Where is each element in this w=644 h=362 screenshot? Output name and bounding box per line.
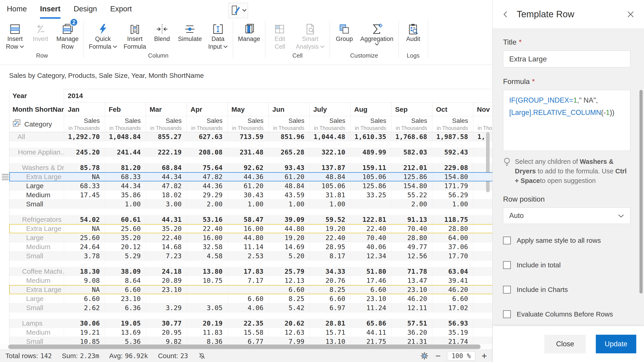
value-cell[interactable]: 31.81 (310, 190, 350, 199)
value-cell[interactable]: 30.06 (64, 319, 105, 328)
value-cell[interactable]: 1.00 (432, 200, 473, 208)
value-cell[interactable]: 65.86 (350, 319, 391, 328)
edit-column-pencil-button[interactable] (228, 3, 248, 18)
value-cell[interactable]: 23.10 (350, 294, 391, 303)
value-cell[interactable]: 44.31 (146, 215, 187, 224)
value-cell[interactable]: 6.36 (105, 303, 146, 312)
value-cell[interactable]: 25.60 (64, 233, 105, 242)
value-cell[interactable]: 17.45 (64, 190, 105, 199)
value-cell[interactable]: 28.95 (310, 242, 350, 251)
month-header-jan[interactable]: Jan (64, 103, 105, 116)
value-cell[interactable]: 1,610.35 (350, 132, 391, 141)
value-cell[interactable]: 56.93 (432, 319, 473, 328)
value-cell[interactable]: 47.82 (187, 172, 228, 181)
month-header-aug[interactable]: Aug (350, 103, 391, 116)
value-cell[interactable]: 9.08 (64, 276, 105, 285)
value-cell[interactable]: 2.00 (391, 200, 432, 208)
checkbox-box[interactable] (503, 310, 511, 318)
value-cell[interactable]: 58.47 (228, 215, 268, 224)
checkbox-box[interactable] (503, 261, 511, 269)
value-cell[interactable] (473, 215, 492, 224)
value-cell[interactable]: 592.43 (432, 148, 473, 157)
value-cell[interactable]: 75.64 (187, 163, 228, 172)
value-cell[interactable]: 265.28 (268, 148, 310, 157)
value-cell[interactable]: 14.69 (268, 242, 310, 251)
value-cell[interactable]: NA (64, 224, 105, 233)
ribbon-button-blend[interactable]: Blend (149, 20, 175, 51)
value-cell[interactable]: 34.33 (310, 267, 350, 276)
value-cell[interactable]: 2.53 (228, 251, 268, 260)
value-cell[interactable]: 37.06 (432, 242, 473, 251)
value-cell[interactable]: 3.78 (64, 251, 105, 260)
value-cell[interactable]: 28.80 (432, 224, 473, 233)
value-cell[interactable]: 12.34 (350, 251, 391, 260)
value-cell[interactable]: 6.97 (310, 303, 350, 312)
row-label-cell[interactable]: Medium (9, 328, 64, 337)
ribbon-button-data-input[interactable]: DataInput (205, 20, 231, 51)
value-cell[interactable]: 3.00 (146, 200, 187, 208)
value-cell[interactable]: 44.80 (268, 224, 310, 233)
value-cell[interactable]: 105.06 (310, 181, 350, 190)
row-drag-handle-icon[interactable] (2, 174, 9, 180)
value-cell[interactable] (473, 285, 492, 294)
value-cell[interactable] (473, 190, 492, 199)
table-horizontal-scrollbar[interactable] (0, 344, 492, 349)
table-row-small[interactable]: Small2.626.363.293.054.065.426.9711.2412… (9, 303, 492, 312)
value-cell[interactable]: 154.80 (432, 172, 473, 181)
value-cell[interactable]: 12.11 (391, 303, 432, 312)
panel-scrollbar[interactable] (640, 90, 643, 293)
value-cell[interactable]: 1,768.68 (391, 132, 432, 141)
value-cell[interactable]: 36.20 (391, 328, 432, 337)
value-cell[interactable] (473, 276, 492, 285)
value-cell[interactable] (473, 294, 492, 303)
month-header-apr[interactable]: Apr (187, 103, 228, 116)
value-cell[interactable] (473, 172, 492, 181)
value-cell[interactable]: 22.40 (187, 224, 228, 233)
table-row-refrigerators[interactable]: Refrigerators54.0260.6144.3153.1658.4739… (9, 215, 492, 224)
value-cell[interactable]: 20.12 (105, 242, 146, 251)
value-cell[interactable] (473, 303, 492, 312)
value-cell[interactable]: 1,044.48 (310, 132, 350, 141)
value-cell[interactable]: 38.09 (105, 267, 146, 276)
value-cell[interactable]: 7.23 (146, 251, 187, 260)
value-cell[interactable]: 1.00 (310, 200, 350, 208)
table-vertical-scrollbar[interactable] (486, 132, 490, 192)
value-cell[interactable] (187, 285, 228, 294)
value-cell[interactable] (473, 328, 492, 337)
ribbon-button-invert[interactable]: Invert (28, 20, 53, 51)
value-cell[interactable]: 222.19 (146, 148, 187, 157)
ribbon-button-aggregation[interactable]: Aggregation (357, 20, 397, 46)
value-cell[interactable]: 17.70 (432, 251, 473, 260)
row-label-cell[interactable]: Large (9, 181, 64, 190)
row-label-cell[interactable]: Small (9, 303, 64, 312)
value-cell[interactable]: 19.21 (64, 328, 105, 337)
value-cell[interactable]: 6.60 (105, 285, 146, 294)
horizontal-scroll-thumb[interactable] (8, 344, 480, 349)
value-cell[interactable]: 322.10 (310, 148, 350, 157)
value-cell[interactable]: 10.75 (187, 276, 228, 285)
value-cell[interactable]: 6.60 (228, 294, 268, 303)
row-label-cell[interactable]: Small (9, 200, 64, 208)
value-cell[interactable]: 13.80 (187, 267, 228, 276)
formula-editor[interactable]: IF(GROUP_INDEX=1," NA",[Large].RELATIVE_… (503, 90, 630, 151)
value-cell[interactable]: 1,292.70 (64, 132, 105, 141)
value-cell[interactable]: 70.40 (391, 224, 432, 233)
value-cell[interactable]: 85.78 (64, 163, 105, 172)
value-cell[interactable]: 11.14 (228, 242, 268, 251)
ribbon-button-insert-formula[interactable]: InsertFormula (120, 20, 149, 51)
value-cell[interactable] (473, 251, 492, 260)
value-cell[interactable]: 92.62 (228, 163, 268, 172)
value-cell[interactable] (350, 200, 391, 208)
value-cell[interactable]: 154.80 (391, 181, 432, 190)
value-cell[interactable]: 46.20 (391, 294, 432, 303)
value-cell[interactable]: 8.25 (268, 294, 310, 303)
value-cell[interactable]: 6.60 (64, 294, 105, 303)
value-cell[interactable]: 49.77 (391, 242, 432, 251)
value-cell[interactable]: 56.29 (432, 190, 473, 199)
table-row-medium[interactable]: Medium9.088.6420.8910.757.1712.1320.7617… (9, 276, 492, 285)
row-label-cell[interactable]: All (9, 132, 64, 141)
ribbon-button-manage[interactable]: Manage (235, 20, 264, 51)
value-cell[interactable]: 35.20 (105, 233, 146, 242)
value-cell[interactable]: 20.76 (310, 276, 350, 285)
value-cell[interactable]: 70.40 (350, 233, 391, 242)
